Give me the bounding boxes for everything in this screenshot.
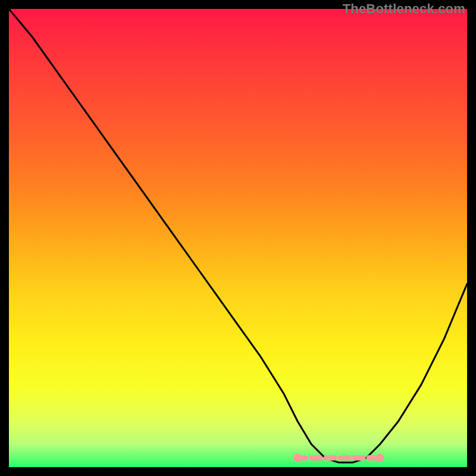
basin-marker bbox=[293, 454, 302, 462]
gradient-background bbox=[9, 9, 467, 467]
basin-marker bbox=[376, 454, 384, 462]
attribution-label: TheBottleneck.com bbox=[343, 1, 465, 17]
chart-frame bbox=[9, 9, 467, 467]
bottleneck-chart bbox=[9, 9, 467, 467]
